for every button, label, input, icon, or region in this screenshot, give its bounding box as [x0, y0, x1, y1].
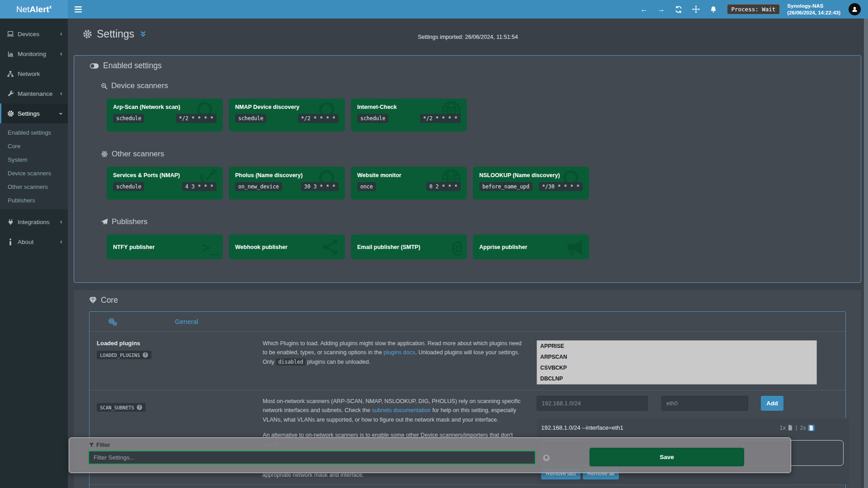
- sidebar-item-system[interactable]: System: [0, 153, 68, 166]
- sidebar-item-device-scanners[interactable]: Device scanners: [0, 166, 68, 180]
- refresh-icon[interactable]: [675, 6, 682, 13]
- chevron-left-icon: [59, 220, 63, 225]
- chevron-left-icon: [59, 239, 63, 244]
- sidebar-item-enabled-settings[interactable]: Enabled settings: [0, 126, 68, 139]
- sidebar-item-devices[interactable]: Devices: [0, 24, 68, 44]
- hamburger-icon: [75, 6, 82, 13]
- sidebar-item-network[interactable]: Network: [0, 64, 68, 84]
- plugin-card-website-monitor[interactable]: Website monitor once0 2 * * *: [351, 167, 467, 200]
- bullhorn-icon: [565, 237, 585, 257]
- plugin-card-internet-check[interactable]: Internet-Check schedule*/2 * * * *: [351, 99, 467, 131]
- app-logo[interactable]: NetAlertx: [0, 0, 68, 19]
- file-icon[interactable]: [788, 425, 793, 431]
- gem-icon: [89, 297, 97, 304]
- chevron-left-icon: [59, 91, 63, 96]
- plugin-card-nmap-services[interactable]: Services & Ports (NMAP) schedule4 3 * * …: [107, 167, 223, 200]
- terminal-icon: >_: [202, 239, 218, 255]
- sidebar-item-publishers[interactable]: Publishers: [0, 193, 68, 207]
- device-scanners-group: Device scanners Arp-Scan (Network scan) …: [90, 81, 852, 131]
- subnet-entry[interactable]: 192.168.1.0/24 --interface=eth1 1x | 2x: [541, 424, 844, 431]
- sidebar-item-about[interactable]: About: [0, 232, 68, 252]
- setting-row-loaded-plugins: Loaded plugins LOADED_PLUGINS ? Which Pl…: [90, 332, 845, 390]
- listbox-option[interactable]: APPRISE: [537, 341, 816, 352]
- back-icon[interactable]: ←: [641, 5, 648, 14]
- top-navbar: NetAlertx ← → Process: Wait Synology-NAS…: [0, 0, 868, 19]
- subnets-documentation-link[interactable]: subnets documentation: [372, 407, 431, 413]
- settings-submenu: Enabled settings Core System Device scan…: [0, 123, 68, 209]
- tab-general[interactable]: General: [175, 318, 198, 325]
- chart-icon: [6, 50, 14, 58]
- sidebar-item-maintenance[interactable]: Maintenance: [0, 84, 68, 103]
- setting-description: Which Plugins to load. Adding plugins mi…: [256, 338, 530, 385]
- plugin-card-nmap-discovery[interactable]: NMAP Device discovery schedule*/2 * * * …: [229, 99, 345, 131]
- question-circle-icon[interactable]: ?: [137, 404, 142, 410]
- schedule-cron-badge: */2 * * * *: [176, 114, 217, 123]
- device-scanners-heading: Device scanners: [101, 81, 852, 90]
- schedule-cron-badge: 0 2 * * *: [426, 182, 461, 191]
- gear-icon: [6, 110, 14, 117]
- toggle-icon: [90, 63, 99, 69]
- interface-input[interactable]: [661, 396, 748, 411]
- sidebar-toggle-button[interactable]: [68, 0, 89, 19]
- question-circle-icon[interactable]: ?: [142, 352, 148, 358]
- process-status-badge: Process: Wait: [727, 4, 780, 14]
- plugin-card-arpscan[interactable]: Arp-Scan (Network scan) schedule*/2 * * …: [107, 99, 223, 131]
- funnel-icon: [89, 442, 94, 448]
- plugin-card-pholus[interactable]: Pholus (Name discovery) on_new_device30 …: [229, 167, 345, 200]
- collapse-all-icon[interactable]: [140, 30, 146, 38]
- setting-key-chip: SCAN_SUBNETS ?: [97, 403, 146, 412]
- settings-imported-status: Settings imported: 26/06/2024, 11:51:54: [418, 34, 518, 40]
- content-header: Settings Settings imported: 26/06/2024, …: [68, 19, 868, 55]
- plugin-card-ntfy[interactable]: NTFY publisher >_: [107, 235, 223, 259]
- schedule-type-badge: schedule: [113, 182, 144, 191]
- plugins-docs-link[interactable]: plugins docs: [383, 349, 415, 356]
- sidebar-item-other-scanners[interactable]: Other scanners: [0, 180, 68, 193]
- svg-text:?: ?: [144, 352, 146, 357]
- subnet-entry-meta: 1x | 2x: [779, 425, 815, 431]
- chevron-left-icon: [59, 52, 63, 56]
- schedule-type-badge: once: [357, 182, 376, 191]
- plug-icon: [6, 218, 14, 226]
- laptop-icon: [6, 30, 14, 38]
- plugin-card-email-smtp[interactable]: Email publisher (SMTP) @: [351, 235, 467, 259]
- clear-filter-button[interactable]: ×: [543, 455, 550, 461]
- schedule-cron-badge: */30 * * * *: [539, 182, 583, 191]
- plugin-card-nslookup[interactable]: NSLOOKUP (Name discovery) before_name_up…: [473, 167, 589, 200]
- listbox-option[interactable]: DBCLNP: [537, 373, 816, 384]
- enabled-settings-panel: Enabled settings Device scanners Arp-Sca…: [74, 55, 861, 283]
- core-tabs: General: [90, 312, 845, 332]
- other-scanners-group: Other scanners Services & Ports (NMAP) s…: [90, 150, 852, 200]
- chevron-down-icon: [58, 112, 63, 116]
- schedule-type-badge: schedule: [235, 114, 266, 123]
- setting-label: Loaded plugins: [97, 340, 140, 347]
- sidebar-item-settings[interactable]: Settings: [0, 103, 68, 123]
- listbox-option[interactable]: CSVBCKP: [537, 362, 816, 373]
- paste-icon[interactable]: [808, 425, 815, 431]
- plugin-card-apprise[interactable]: Apprise publisher: [473, 235, 589, 259]
- vertical-scrollbar[interactable]: [864, 19, 868, 488]
- setting-key-chip: LOADED_PLUGINS ?: [97, 351, 151, 359]
- bell-icon[interactable]: [710, 6, 717, 13]
- core-heading: Core: [89, 296, 861, 305]
- gear-icon: [83, 29, 92, 39]
- sidebar-item-integrations[interactable]: Integrations: [0, 212, 68, 232]
- save-button[interactable]: Save: [590, 448, 744, 466]
- sidebar-item-core[interactable]: Core: [0, 139, 68, 153]
- publishers-group: Publishers NTFY publisher >_ Webhook pub…: [90, 217, 852, 259]
- host-timestamp: (26/06/2024, 14:22:43): [787, 9, 840, 16]
- listbox-option[interactable]: ARPSCAN: [537, 352, 816, 362]
- loaded-plugins-listbox[interactable]: APPRISE ARPSCAN CSVBCKP DBCLNP: [537, 340, 817, 385]
- host-info: Synology-NAS (26/06/2024, 14:22:43): [787, 3, 840, 16]
- svg-text:?: ?: [138, 405, 141, 409]
- filter-settings-input[interactable]: [88, 450, 536, 465]
- add-subnet-button[interactable]: Add: [761, 396, 783, 411]
- sidebar-item-monitoring[interactable]: Monitoring: [0, 44, 68, 64]
- filter-label: Filter: [89, 442, 110, 448]
- forward-icon[interactable]: →: [658, 5, 665, 14]
- plugin-card-webhook[interactable]: Webhook publisher: [229, 235, 345, 259]
- user-avatar[interactable]: [849, 3, 861, 15]
- subnet-input[interactable]: [537, 396, 648, 411]
- disabled-code-chip: disabled: [276, 358, 305, 366]
- schedule-type-badge: before_name_upd: [479, 182, 533, 191]
- move-icon[interactable]: [692, 5, 700, 13]
